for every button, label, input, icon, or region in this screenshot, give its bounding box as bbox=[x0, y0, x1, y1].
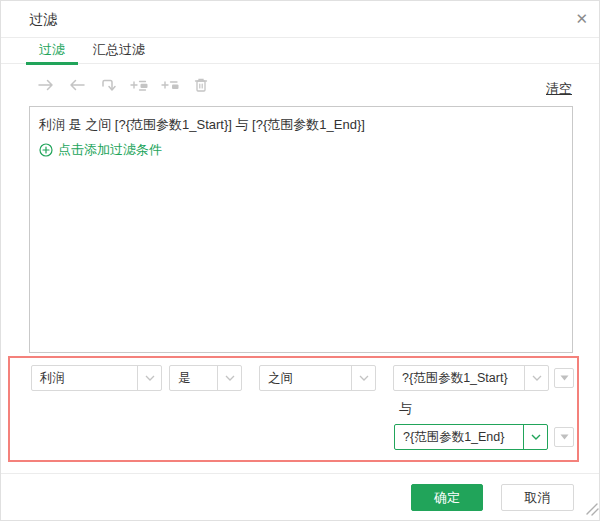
operator-select-value: 是 bbox=[170, 366, 217, 390]
add-condition-group-icon[interactable] bbox=[160, 75, 180, 95]
delete-icon[interactable] bbox=[191, 75, 211, 95]
arrow-left-icon[interactable] bbox=[67, 75, 87, 95]
field-select-value: 利润 bbox=[32, 366, 137, 390]
condition-list: 利润 是 之间 [?{范围参数1_Start}] 与 [?{范围参数1_End}… bbox=[29, 106, 573, 353]
footer-divider bbox=[1, 473, 599, 474]
chevron-down-icon bbox=[523, 425, 547, 449]
start-param-menu-button[interactable] bbox=[554, 368, 574, 388]
add-condition-link[interactable]: 点击添加过滤条件 bbox=[39, 141, 162, 159]
tab-filter[interactable]: 过滤 bbox=[26, 38, 78, 65]
dialog-title: 过滤 bbox=[29, 1, 57, 38]
resize-handle-icon[interactable] bbox=[585, 502, 599, 520]
filter-dialog: 过滤 ✕ 过滤 汇总过滤 清空 利润 是 之间 [?{范围参数1_Start}]… bbox=[0, 0, 600, 521]
add-condition-icon[interactable] bbox=[129, 75, 149, 95]
chevron-down-icon bbox=[351, 366, 375, 390]
end-value-select[interactable]: ?{范围参数1_End} bbox=[394, 424, 548, 450]
end-value: ?{范围参数1_End} bbox=[395, 425, 523, 449]
ok-button[interactable]: 确定 bbox=[411, 484, 483, 511]
caret-down-icon bbox=[560, 434, 569, 440]
move-condition-icon[interactable] bbox=[98, 75, 118, 95]
condition-toolbar bbox=[36, 67, 211, 103]
plus-circle-icon bbox=[39, 143, 53, 157]
caret-down-icon bbox=[560, 375, 569, 381]
condition-editor-panel: 利润 是 之间 ?{范围参数1_Start} 与 ?{范围参数1_End} bbox=[8, 356, 579, 462]
start-value-select[interactable]: ?{范围参数1_Start} bbox=[393, 365, 549, 391]
close-icon[interactable]: ✕ bbox=[575, 10, 588, 28]
chevron-down-icon bbox=[137, 366, 161, 390]
start-value: ?{范围参数1_Start} bbox=[394, 366, 524, 390]
tab-summary-filter[interactable]: 汇总过滤 bbox=[92, 38, 146, 63]
dialog-titlebar: 过滤 ✕ bbox=[1, 1, 599, 38]
tab-bar: 过滤 汇总过滤 bbox=[1, 38, 599, 64]
relation-select[interactable]: 之间 bbox=[259, 365, 376, 391]
clear-link[interactable]: 清空 bbox=[546, 80, 572, 98]
end-param-menu-button[interactable] bbox=[554, 427, 574, 447]
field-select[interactable]: 利润 bbox=[31, 365, 162, 391]
operator-select[interactable]: 是 bbox=[169, 365, 242, 391]
arrow-right-icon[interactable] bbox=[36, 75, 56, 95]
cancel-button[interactable]: 取消 bbox=[501, 484, 574, 511]
chevron-down-icon bbox=[524, 366, 548, 390]
connector-label: 与 bbox=[399, 400, 412, 418]
condition-expression-row[interactable]: 利润 是 之间 [?{范围参数1_Start}] 与 [?{范围参数1_End}… bbox=[39, 114, 563, 135]
add-condition-label: 点击添加过滤条件 bbox=[58, 141, 162, 159]
chevron-down-icon bbox=[217, 366, 241, 390]
relation-select-value: 之间 bbox=[260, 366, 351, 390]
